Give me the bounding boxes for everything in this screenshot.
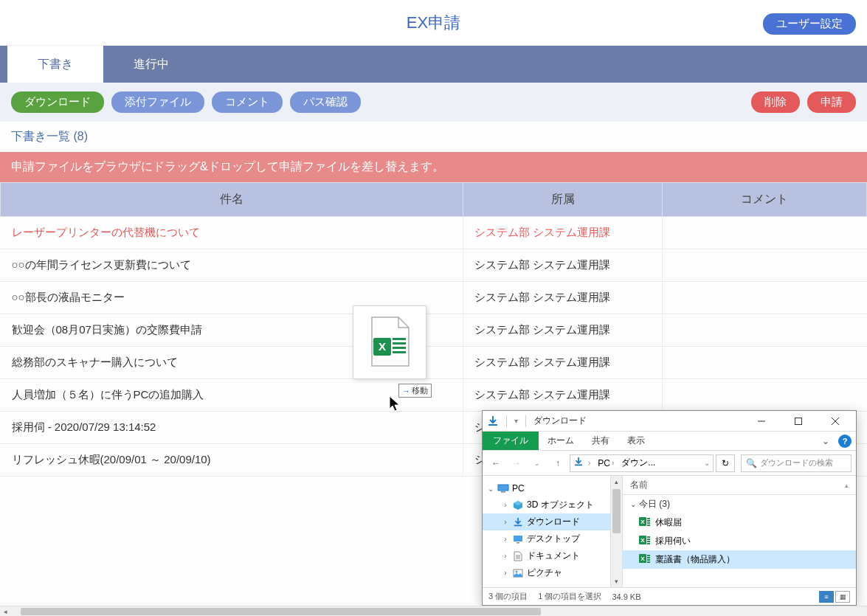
nav-up-button[interactable]: ↑ <box>549 454 567 472</box>
cell-dept: システム部 システム運用課 <box>463 217 663 249</box>
cell-subject[interactable]: リフレッシュ休暇(20/09/01 ～ 20/09/10) <box>1 444 463 477</box>
col-comment[interactable]: コメント <box>663 183 867 217</box>
cell-comment <box>663 282 867 314</box>
scroll-left-icon[interactable]: ◂ <box>0 608 10 615</box>
table-row[interactable]: 人員増加（５名）に伴うPCの追加購入システム部 システム運用課 <box>1 379 867 412</box>
tree-desktop[interactable]: › デスクトップ <box>483 530 622 547</box>
table-row[interactable]: ○○の年間ライセンス更新費についてシステム部 システム運用課 <box>1 249 867 282</box>
tab-draft[interactable]: 下書き <box>7 46 103 83</box>
minimize-button[interactable] <box>745 411 778 432</box>
chevron-right-icon[interactable]: › <box>502 552 509 560</box>
table-row[interactable]: ○○部長の液晶モニターシステム部 システム運用課 <box>1 282 867 314</box>
col-subject[interactable]: 件名 <box>1 183 463 217</box>
file-group-today[interactable]: ⌄ 今日 (3) <box>623 495 856 513</box>
col-dept[interactable]: 所属 <box>463 183 663 217</box>
svg-rect-13 <box>501 491 505 493</box>
svg-rect-38 <box>647 559 650 561</box>
nav-back-button[interactable]: ← <box>487 454 505 472</box>
cell-dept: システム部 システム運用課 <box>463 249 663 282</box>
excel-icon: X <box>639 553 651 567</box>
scroll-thumb[interactable] <box>21 608 541 615</box>
file-name: 休暇届 <box>655 516 682 529</box>
menu-home[interactable]: ホーム <box>539 432 583 450</box>
menu-view[interactable]: 表示 <box>618 432 654 450</box>
tree-scrollbar[interactable]: ▴ ▾ <box>610 476 622 587</box>
view-details-button[interactable]: ≡ <box>819 591 834 603</box>
quickaccess-dropdown-icon[interactable]: ▾ <box>514 417 518 425</box>
toolbar: ダウンロード 添付ファイル コメント パス確認 削除 申請 <box>0 83 867 122</box>
refresh-button[interactable]: ↻ <box>716 454 735 472</box>
sort-indicator-icon: ▴ <box>845 482 849 489</box>
ribbon-expand-icon[interactable]: ⌄ <box>818 436 834 446</box>
cell-dept: システム部 システム運用課 <box>463 379 663 412</box>
table-row[interactable]: 歓迎会（08月07日実施）の交際費申請システム部 システム運用課 <box>1 314 867 347</box>
excel-file-icon: X <box>367 316 412 369</box>
svg-rect-39 <box>647 561 650 563</box>
scroll-up-icon[interactable]: ▴ <box>611 476 622 488</box>
view-icons-button[interactable]: ▦ <box>835 591 850 603</box>
explorer-statusbar: 3 個の項目 1 個の項目を選択 34.9 KB ≡ ▦ <box>483 587 856 605</box>
crumb-downloads[interactable]: ダウン... <box>618 457 658 469</box>
menu-share[interactable]: 共有 <box>583 432 618 450</box>
excel-icon: X <box>639 516 651 530</box>
cell-subject[interactable]: レーザープリンターの代替機について <box>1 217 463 249</box>
file-row[interactable]: X稟議書（物品購入） <box>623 550 856 569</box>
tree-pc[interactable]: ⌄ PC <box>483 480 622 496</box>
drag-file-ghost: X <box>353 305 426 379</box>
svg-rect-27 <box>647 525 650 526</box>
tab-in-progress[interactable]: 進行中 <box>103 46 199 83</box>
explorer-titlebar[interactable]: ▾ ダウンロード <box>483 411 856 432</box>
table-row[interactable]: レーザープリンターの代替機についてシステム部 システム運用課 <box>1 217 867 249</box>
nav-forward-button[interactable]: → <box>508 454 525 472</box>
path-check-button[interactable]: パス確認 <box>290 91 361 113</box>
search-input[interactable]: 🔍 ダウンロードの検索 <box>741 454 852 472</box>
svg-rect-33 <box>647 543 650 544</box>
file-row[interactable]: X休暇届 <box>623 513 856 532</box>
cell-subject[interactable]: ○○の年間ライセンス更新費について <box>1 249 463 282</box>
app-title: EX申請 <box>407 12 460 34</box>
chevron-right-icon[interactable]: › <box>502 569 509 577</box>
breadcrumb-dropdown-icon[interactable]: ⌄ <box>704 459 710 467</box>
tree-pictures[interactable]: › ピクチャ <box>483 564 622 581</box>
file-row[interactable]: X採用伺い <box>623 532 856 550</box>
cell-comment <box>663 249 867 282</box>
menu-file[interactable]: ファイル <box>483 432 539 450</box>
delete-button[interactable]: 削除 <box>751 91 800 113</box>
svg-rect-30 <box>647 536 650 538</box>
file-name: 採用伺い <box>655 535 691 547</box>
chevron-right-icon[interactable]: › <box>502 535 509 543</box>
document-icon <box>512 550 524 562</box>
tree-downloads[interactable]: › ダウンロード <box>483 513 622 530</box>
download-button[interactable]: ダウンロード <box>11 91 104 113</box>
cell-subject[interactable]: 採用伺 - 2020/07/29 13:14:52 <box>1 412 463 444</box>
crumb-pc[interactable]: PC› <box>595 458 617 468</box>
drag-tooltip-label: 移動 <box>412 385 428 396</box>
scroll-down-icon[interactable]: ▾ <box>611 575 622 587</box>
pc-icon <box>497 482 509 494</box>
status-size: 34.9 KB <box>612 592 640 601</box>
svg-rect-16 <box>517 542 519 544</box>
search-icon: 🔍 <box>746 458 757 468</box>
column-header-name[interactable]: 名前 ▴ <box>623 476 856 495</box>
tree-3d-objects[interactable]: › 3D オブジェクト <box>483 496 622 513</box>
svg-text:X: X <box>379 340 386 353</box>
nav-recent-dropdown[interactable]: ⌄ <box>528 454 546 472</box>
chevron-down-icon[interactable]: ⌄ <box>487 485 494 493</box>
apply-button[interactable]: 申請 <box>807 91 856 113</box>
close-button[interactable] <box>819 411 852 432</box>
user-settings-button[interactable]: ユーザー設定 <box>763 13 856 35</box>
chevron-right-icon[interactable]: › <box>502 518 509 526</box>
comment-button[interactable]: コメント <box>212 91 283 113</box>
maximize-button[interactable] <box>782 411 815 432</box>
attachment-button[interactable]: 添付ファイル <box>111 91 204 113</box>
chevron-right-icon[interactable]: › <box>502 501 509 509</box>
page-horizontal-scrollbar[interactable]: ◂ <box>0 606 867 616</box>
download-folder-icon <box>487 415 499 427</box>
breadcrumb-path[interactable]: › PC› ダウン... ⌄ <box>570 454 714 472</box>
help-button[interactable]: ? <box>838 435 852 448</box>
file-name: 稟議書（物品購入） <box>655 553 735 566</box>
scroll-thumb[interactable] <box>612 489 621 533</box>
svg-rect-11 <box>575 465 583 466</box>
tree-documents[interactable]: › ドキュメント <box>483 547 622 564</box>
table-row[interactable]: 総務部のスキャナー購入についてシステム部 システム運用課 <box>1 347 867 379</box>
